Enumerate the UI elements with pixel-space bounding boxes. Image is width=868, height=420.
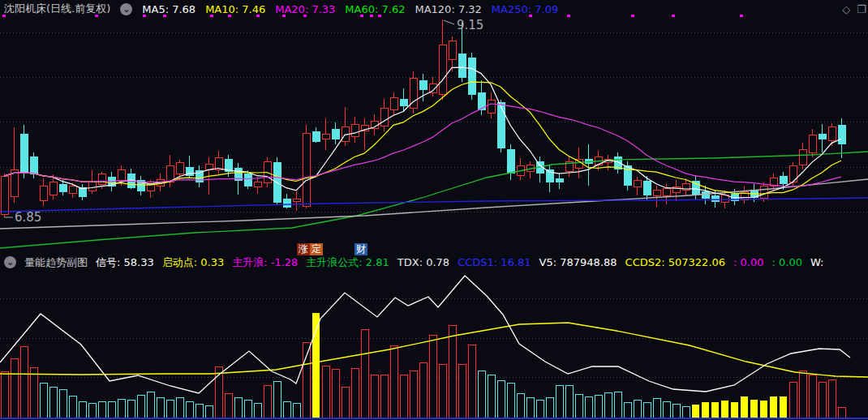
chevron-down-icon[interactable]: ⌄ [4, 256, 16, 268]
indicator-value: : 0.00 [733, 256, 763, 268]
indicator-values-row: 信号: 58.33启动点: 0.33主升浪: -1.28主升浪公式: 2.81T… [96, 255, 831, 270]
indicator-value: 信号: 58.33 [96, 255, 154, 270]
svg-text:6.85: 6.85 [15, 210, 41, 225]
candles-layer [1, 19, 845, 217]
indicator-value: : 0.00 [772, 256, 802, 268]
indicator-value: 主升浪: -1.28 [232, 255, 298, 270]
ma-value: MA120: 7.32 [415, 3, 481, 15]
chevron-down-icon[interactable]: ⌄ [120, 3, 132, 15]
chart-header: 沈阳机床(日线.前复权) ⌄ MA5: 7.68MA10: 7.46MA20: … [0, 0, 868, 18]
header-right-icons: ◇❐ [842, 3, 868, 15]
volume-bars-layer [1, 313, 845, 418]
indicator-value: TDX: 0.78 [397, 256, 449, 268]
ma250-line [0, 198, 868, 212]
ma-values-row: MA5: 7.68MA10: 7.46MA20: 7.33MA60: 7.62M… [142, 3, 568, 15]
indicator-value: V5: 787948.88 [539, 256, 617, 268]
symbol-title: 沈阳机床(日线.前复权) [4, 2, 110, 16]
ma-value: MA10: 7.46 [205, 3, 265, 15]
indicator-value: 主升浪公式: 2.81 [306, 255, 389, 270]
ma-value: MA250: 7.09 [492, 3, 558, 15]
indicator-name: 量能趋势副图 [24, 255, 88, 270]
indicator-header: ⌄ 量能趋势副图 信号: 58.33启动点: 0.33主升浪: -1.28主升浪… [0, 255, 868, 270]
event-badge[interactable]: 定 [310, 243, 323, 255]
ma-value: MA20: 7.33 [275, 3, 335, 15]
ma-value: MA60: 7.62 [345, 3, 405, 15]
window-icon[interactable]: ❐ [857, 3, 866, 15]
ma-value: MA5: 7.68 [142, 3, 196, 15]
event-badge[interactable]: 财 [355, 243, 367, 255]
indicator-value: CCDS2: 507322.06 [625, 256, 726, 268]
event-badge[interactable]: 涨 [297, 243, 310, 255]
indicator-value: W: [810, 256, 823, 268]
diamond-icon[interactable]: ◇ [842, 3, 850, 15]
indicator-value: 启动点: 0.33 [162, 255, 224, 270]
trading-app-window: { "header": { "title": "沈阳机床(日线.前复权)", "… [0, 0, 868, 420]
svg-text:9.15: 9.15 [457, 18, 483, 32]
price-volume-chart[interactable]: 9.156.85 [0, 0, 868, 420]
indicator-value: CCDS1: 16.81 [458, 256, 531, 268]
